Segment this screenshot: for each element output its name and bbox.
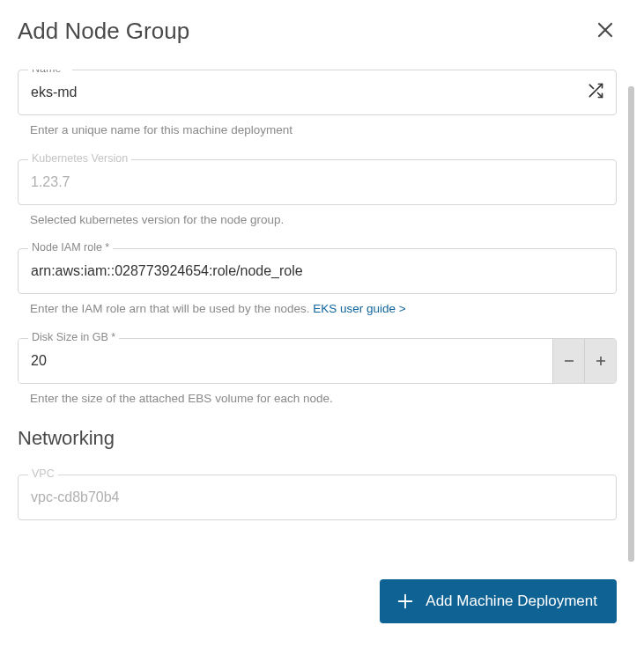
scrollbar[interactable]	[628, 86, 634, 562]
vpc-field: VPC	[18, 475, 617, 520]
iam-role-label: Node IAM role *	[28, 241, 113, 254]
add-button-label: Add Machine Deployment	[426, 592, 597, 610]
k8s-version-label: Kubernetes Version	[28, 152, 131, 165]
disk-size-label: Disk Size in GB *	[28, 331, 119, 343]
dialog-title: Add Node Group	[18, 18, 189, 45]
k8s-version-input	[18, 159, 617, 205]
disk-size-field: Disk Size in GB *	[18, 338, 617, 384]
disk-size-stepper	[18, 338, 617, 384]
shuffle-icon	[587, 82, 604, 99]
dialog-header: Add Node Group	[18, 18, 617, 45]
vpc-input	[18, 475, 617, 520]
iam-role-helper: Enter the IAM role arn that will be used…	[30, 301, 617, 317]
plus-icon	[396, 592, 415, 611]
disk-size-input[interactable]	[19, 339, 552, 383]
iam-role-input[interactable]	[18, 248, 617, 294]
iam-role-field: Node IAM role *	[18, 248, 617, 294]
disk-size-increment[interactable]	[584, 339, 616, 383]
minus-icon	[563, 355, 575, 367]
close-button[interactable]	[594, 18, 617, 45]
name-label: Name *	[28, 70, 72, 75]
disk-size-helper: Enter the size of the attached EBS volum…	[30, 391, 617, 407]
add-machine-deployment-button[interactable]: Add Machine Deployment	[380, 579, 617, 623]
add-node-group-dialog: Add Node Group Name * Enter a unique nam…	[0, 0, 634, 655]
k8s-version-field: Kubernetes Version	[18, 159, 617, 205]
networking-heading: Networking	[18, 427, 617, 450]
vpc-label: VPC	[28, 467, 58, 480]
k8s-version-helper: Selected kubernetes version for the node…	[30, 212, 617, 228]
eks-user-guide-link[interactable]: EKS user guide >	[313, 302, 405, 315]
name-field: Name *	[18, 70, 617, 115]
name-input[interactable]	[18, 70, 617, 115]
plus-icon	[595, 355, 607, 367]
svg-line-2	[589, 85, 593, 88]
form-scroll-area: Name * Enter a unique name for this mach…	[18, 70, 617, 633]
iam-helper-text: Enter the IAM role arn that will be used…	[30, 302, 313, 315]
disk-size-decrement[interactable]	[552, 339, 584, 383]
name-helper: Enter a unique name for this machine dep…	[30, 122, 617, 138]
shuffle-button[interactable]	[587, 82, 604, 103]
close-icon	[597, 22, 613, 38]
